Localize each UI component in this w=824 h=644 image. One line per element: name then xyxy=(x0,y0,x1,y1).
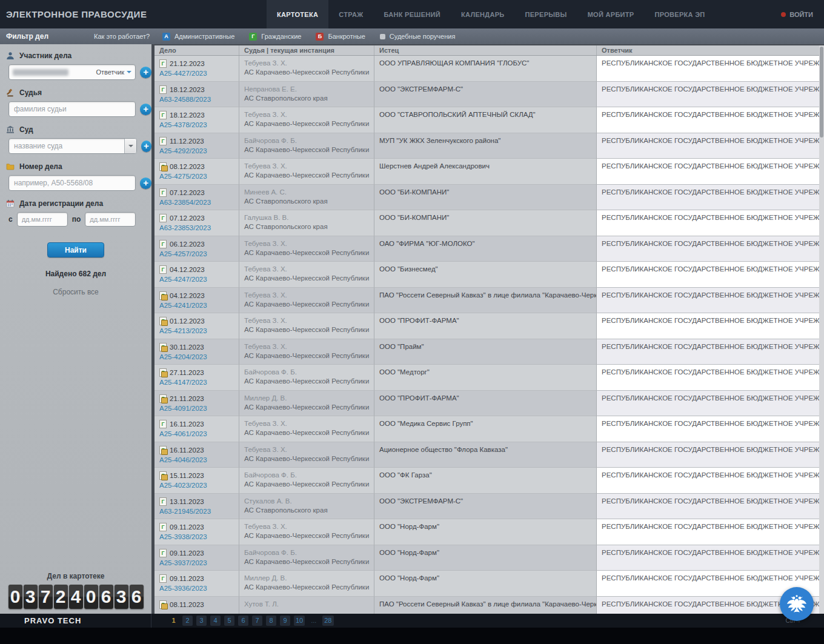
nav-tab-календарь[interactable]: КАЛЕНДАРЬ xyxy=(451,0,515,28)
table-row[interactable]: 21.12.2023 А25-4427/2023 Тебуева З. Х. А… xyxy=(154,56,824,82)
table-row[interactable]: 04.12.2023 А25-4247/2023 Тебуева З. Х. А… xyxy=(154,262,824,288)
table-row[interactable]: 07.12.2023 А63-23853/2023 Галушка В. В. … xyxy=(154,210,824,236)
nav-tab-перерывы[interactable]: ПЕРЕРЫВЫ xyxy=(515,0,577,28)
table-row[interactable]: 08.12.2023 А25-4275/2023 Тебуева З. Х. А… xyxy=(154,159,824,185)
table-row[interactable]: 11.12.2023 А25-4292/2023 Байчорова Ф. Б.… xyxy=(154,133,824,159)
case-type-toggle[interactable]: ГГражданские xyxy=(249,33,301,41)
table-row[interactable]: 13.11.2023 А63-21945/2023 Стукалов А. В.… xyxy=(154,494,824,520)
table-row[interactable]: 09.11.2023 А25-3936/2023 Миллер Д. В. АС… xyxy=(154,571,824,597)
case-number-link[interactable]: А63-24588/2023 xyxy=(159,96,234,103)
table-row[interactable]: 08.11.2023 Хутов Т. Л. ПАО "Россети Севе… xyxy=(154,597,824,614)
table-row[interactable]: 09.11.2023 А25-3937/2023 Байчорова Ф. Б.… xyxy=(154,545,824,571)
participant-role-dropdown[interactable]: Ответчик xyxy=(96,68,131,76)
pagination-page-2[interactable]: 2 xyxy=(182,616,193,626)
defendant-name: РЕСПУБЛИКАНСКОЕ ГОСУДАРСТВЕННОЕ БЮДЖЕТНО… xyxy=(602,137,819,144)
how-it-works-link[interactable]: Как это работает? xyxy=(94,33,151,40)
pagination-page-8[interactable]: 8 xyxy=(266,616,276,626)
date-from-input[interactable] xyxy=(17,212,68,227)
pravo-tech-logo[interactable]: PRAVO TECH xyxy=(0,614,151,628)
pagination-page-7[interactable]: 7 xyxy=(252,616,262,626)
case-type-toggle[interactable]: ББанкротные xyxy=(316,33,365,41)
case-number-link[interactable]: А25-4292/2023 xyxy=(159,147,234,154)
case-counter-label: Дел в картотеке xyxy=(0,572,151,585)
nav-tab-проверка-эп[interactable]: ПРОВЕРКА ЭП xyxy=(645,0,716,28)
case-number-link[interactable]: А25-3938/2023 xyxy=(159,533,234,540)
state-emblem-button[interactable] xyxy=(780,587,814,621)
case-number-input[interactable] xyxy=(8,175,136,191)
case-number-link[interactable]: А25-4061/2023 xyxy=(159,430,234,437)
case-number-link[interactable]: А63-23854/2023 xyxy=(159,199,234,206)
case-number-link[interactable]: А25-4427/2023 xyxy=(159,70,234,77)
judge-input[interactable] xyxy=(8,101,136,117)
case-date: 15.11.2023 xyxy=(170,472,204,479)
nav-tab-картотека[interactable]: КАРТОТЕКА xyxy=(267,0,328,28)
table-row[interactable]: 18.12.2023 А63-24588/2023 Непранова Е. Е… xyxy=(154,82,824,108)
case-type-icon xyxy=(159,497,167,506)
case-number-link[interactable]: А25-4275/2023 xyxy=(159,173,234,180)
case-number-link[interactable]: А25-4378/2023 xyxy=(159,121,234,128)
table-row[interactable]: 16.11.2023 А25-4046/2023 Тебуева З. Х. А… xyxy=(154,442,824,468)
court-input[interactable] xyxy=(8,138,137,154)
case-number-link[interactable]: А25-4023/2023 xyxy=(159,482,234,489)
case-number-link[interactable]: А25-4241/2023 xyxy=(159,302,234,309)
table-row[interactable]: 15.11.2023 А25-4023/2023 Байчорова Ф. Б.… xyxy=(154,468,824,494)
table-row[interactable]: 27.11.2023 А25-4147/2023 Байчорова Ф. Б.… xyxy=(154,365,824,391)
case-type-icon xyxy=(159,600,167,609)
pagination-page-5[interactable]: 5 xyxy=(224,616,234,626)
date-to-input[interactable] xyxy=(85,212,136,227)
plaintiff-name: ООО "ПРОФИТ-ФАРМА" xyxy=(379,317,591,324)
pagination-page-9[interactable]: 9 xyxy=(280,616,290,626)
table-row[interactable]: 09.11.2023 А25-3938/2023 Тебуева З. Х. А… xyxy=(154,519,824,545)
table-row[interactable]: 21.11.2023 А25-4091/2023 Миллер Д. В. АС… xyxy=(154,391,824,417)
pagination-page-4[interactable]: 4 xyxy=(210,616,221,626)
participant-input[interactable]: Ответчик xyxy=(8,64,136,80)
case-number-link[interactable]: А25-3936/2023 xyxy=(159,585,234,592)
case-type-toggles: ААдминистративныеГГражданскиеББанкротные… xyxy=(162,33,455,41)
pagination-page-6[interactable]: 6 xyxy=(238,616,248,626)
gavel-icon xyxy=(6,88,15,97)
case-type-icon xyxy=(159,394,167,403)
reset-all-link[interactable]: Сбросить все xyxy=(0,278,151,296)
table-row[interactable]: 16.11.2023 А25-4061/2023 Тебуева З. Х. А… xyxy=(154,416,824,442)
filter-sidebar: Участник дела Ответчик + Судья + Суд + Н… xyxy=(0,44,151,614)
pagination-page-3[interactable]: 3 xyxy=(196,616,207,626)
case-type-toggle[interactable]: ААдминистративные xyxy=(162,33,234,41)
case-number-link[interactable]: А25-4147/2023 xyxy=(159,379,234,386)
court-dropdown-button[interactable] xyxy=(124,139,136,153)
pagination-page-10[interactable]: 10 xyxy=(294,616,305,626)
login-button[interactable]: ВОЙТИ xyxy=(781,0,824,28)
case-number-link[interactable]: А25-4046/2023 xyxy=(159,456,234,463)
table-scrollbar[interactable] xyxy=(819,45,824,614)
pagination-page-28[interactable]: 28 xyxy=(322,616,333,626)
case-number-link[interactable]: А25-4091/2023 xyxy=(159,405,234,412)
table-row[interactable]: 01.12.2023 А25-4213/2023 Тебуева З. Х. А… xyxy=(154,313,824,339)
case-date: 04.12.2023 xyxy=(170,266,205,273)
case-number-link[interactable]: А25-4257/2023 xyxy=(159,250,234,257)
header-defendant: Ответчик xyxy=(597,45,824,55)
table-row[interactable]: 07.12.2023 А63-23854/2023 Минеев А. С. А… xyxy=(154,185,824,211)
case-number-link[interactable]: А25-4204/2023 xyxy=(159,353,234,360)
pagination-page-1[interactable]: 1 xyxy=(168,616,179,626)
table-row[interactable]: 04.12.2023 А25-4241/2023 Тебуева З. Х. А… xyxy=(154,288,824,314)
add-participant-button[interactable]: + xyxy=(140,67,151,78)
find-button[interactable]: Найти xyxy=(47,242,104,257)
add-case-number-button[interactable]: + xyxy=(140,178,151,189)
case-type-icon xyxy=(159,111,167,119)
case-number-link[interactable]: А63-23853/2023 xyxy=(159,224,234,231)
nav-tab-банк-решений[interactable]: БАНК РЕШЕНИЙ xyxy=(373,0,451,28)
table-row[interactable]: 30.11.2023 А25-4204/2023 Тебуева З. Х. А… xyxy=(154,339,824,365)
table-row[interactable]: 18.12.2023 А25-4378/2023 Тебуева З. Х. А… xyxy=(154,107,824,133)
case-number-link[interactable]: А25-3937/2023 xyxy=(159,559,234,566)
case-type-toggle[interactable]: Судебные поручения xyxy=(380,33,456,40)
nav-tab-мой-арбитр[interactable]: МОЙ АРБИТР xyxy=(577,0,645,28)
case-number-link[interactable]: А63-21945/2023 xyxy=(159,508,234,515)
case-number-link[interactable]: А25-4213/2023 xyxy=(159,327,234,334)
add-court-button[interactable]: + xyxy=(141,141,151,152)
table-row[interactable]: 06.12.2023 А25-4257/2023 Тебуева З. Х. А… xyxy=(154,236,824,262)
add-judge-button[interactable]: + xyxy=(140,104,151,115)
judge-name: Тебуева З. Х. xyxy=(244,523,369,530)
nav-tab-страж[interactable]: СТРАЖ xyxy=(328,0,373,28)
table-scrollbar-thumb[interactable] xyxy=(820,47,823,138)
case-number-link[interactable]: А25-4247/2023 xyxy=(159,276,234,283)
case-date: 01.12.2023 xyxy=(170,317,205,325)
